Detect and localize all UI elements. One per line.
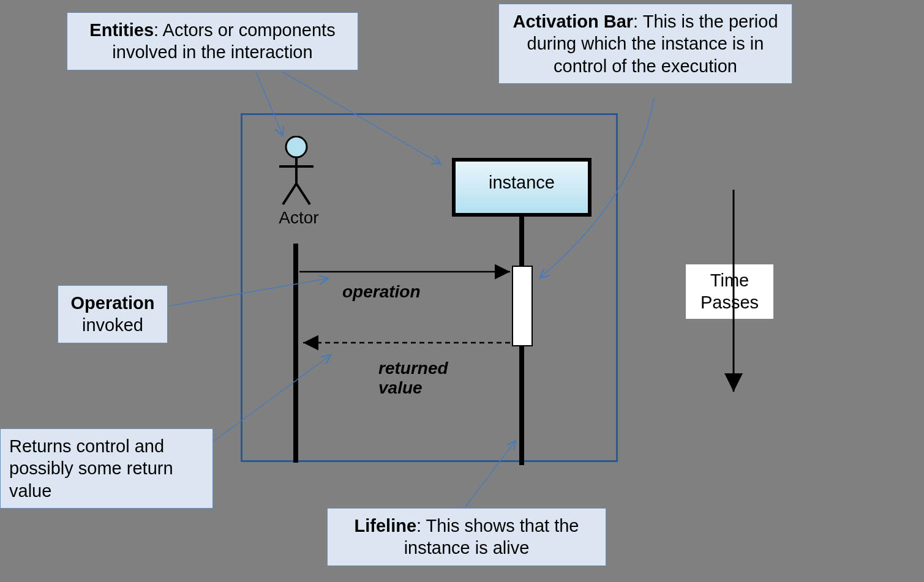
callout-operation: Operation invoked <box>58 285 168 343</box>
actor-lifeline <box>293 244 298 463</box>
actor-label: Actor <box>274 208 323 228</box>
svg-line-3 <box>283 184 296 204</box>
callout-entities: Entities: Actors or components involved … <box>67 12 358 70</box>
callout-activation: Activation Bar: This is the period durin… <box>498 4 792 84</box>
return-message-label: returned value <box>378 359 448 398</box>
activation-bar <box>512 266 533 346</box>
svg-line-4 <box>296 184 310 204</box>
instance-label: instance <box>489 173 555 192</box>
svg-point-0 <box>286 136 307 157</box>
instance-box: instance <box>452 158 592 217</box>
operation-message-label: operation <box>342 282 421 302</box>
time-passes-box: TimePasses <box>686 264 773 319</box>
callout-returns: Returns control and possibly some return… <box>0 428 213 509</box>
callout-lifeline: Lifeline: This shows that the instance i… <box>327 508 606 566</box>
